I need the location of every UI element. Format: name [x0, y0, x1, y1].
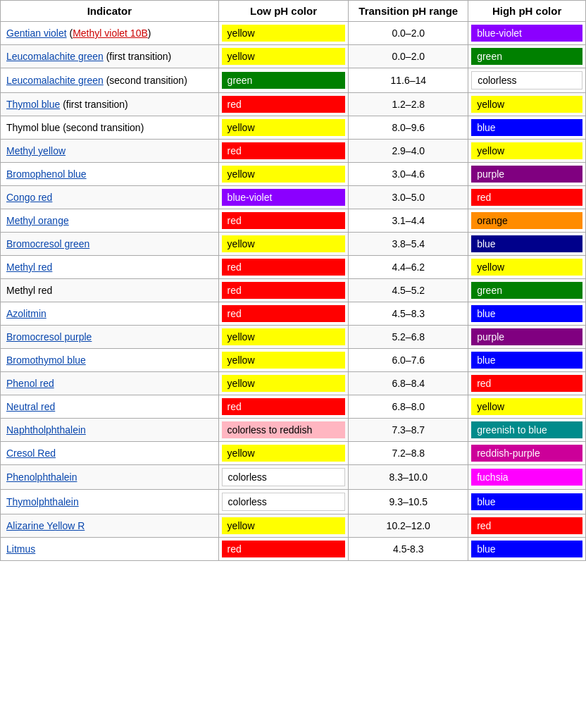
indicators-table: Indicator Low pH color Transition pH ran…: [0, 0, 586, 561]
low-ph-cell: colorless: [218, 490, 349, 514]
table-row: Alizarine Yellow Ryellow10.2–12.0red: [1, 514, 586, 538]
indicator-link[interactable]: Cresol Red: [6, 448, 56, 459]
transition-ph-cell: 3.0–4.6: [349, 163, 468, 186]
table-row: Bromocresol purpleyellow5.2–6.8purple: [1, 326, 586, 349]
indicator-link[interactable]: Naphtholphthalein: [6, 424, 86, 436]
high-ph-color: yellow: [471, 398, 582, 415]
transition-ph-cell: 4.5–5.2: [349, 279, 468, 302]
indicator-link[interactable]: Thymolphthalein: [6, 496, 79, 507]
indicator-link[interactable]: Methyl orange: [6, 215, 69, 226]
low-ph-cell: red: [218, 538, 349, 561]
high-ph-color: greenish to blue: [471, 421, 582, 438]
table-row: Thymol blue (first transition)red1.2–2.8…: [1, 93, 586, 116]
low-ph-cell: red: [218, 279, 349, 302]
indicator-cell: Bromothymol blue: [1, 349, 219, 372]
table-row: Litmusred4.5-8.3blue: [1, 538, 586, 561]
table-row: Phenolphthaleincolorless8.3–10.0fuchsia: [1, 465, 586, 490]
indicator-link[interactable]: Leucomalachite green: [6, 51, 104, 62]
low-ph-color: red: [222, 398, 346, 415]
high-ph-cell: red: [468, 186, 586, 209]
indicator-extra: (first transition): [60, 99, 127, 110]
low-ph-color: green: [222, 72, 346, 89]
table-row: Methyl redred4.5–5.2green: [1, 279, 586, 302]
indicator-link[interactable]: Neutral red: [6, 401, 55, 412]
high-ph-color: yellow: [471, 142, 582, 159]
low-ph-color: yellow: [222, 328, 346, 345]
table-row: Naphtholphthaleincolorless to reddish7.3…: [1, 419, 586, 442]
low-ph-cell: green: [218, 68, 349, 93]
indicator-link[interactable]: Bromocresol purple: [6, 331, 92, 343]
table-row: Leucomalachite green (second transition)…: [1, 68, 586, 93]
transition-ph-cell: 3.8–5.4: [349, 233, 468, 256]
indicator-link[interactable]: Alizarine Yellow R: [6, 520, 85, 531]
high-ph-color: blue: [471, 541, 582, 557]
low-ph-cell: colorless to reddish: [218, 419, 349, 442]
low-ph-cell: yellow: [218, 233, 349, 256]
high-ph-cell: yellow: [468, 395, 586, 419]
indicator-extra: (second transition): [104, 75, 187, 86]
indicator-link[interactable]: Phenolphthalein: [6, 471, 77, 483]
indicator-cell: Gentian violet (Methyl violet 10B): [1, 22, 219, 45]
indicator-link[interactable]: Gentian violet: [6, 27, 67, 39]
indicator-cell: Bromophenol blue: [1, 163, 219, 186]
table-row: Thymol blue (second transition)yellow8.0…: [1, 116, 586, 140]
high-ph-color: blue-violet: [471, 25, 582, 42]
indicator-link[interactable]: Congo red: [6, 192, 52, 203]
transition-ph-cell: 6.8–8.4: [349, 372, 468, 395]
low-ph-color: yellow: [222, 375, 346, 392]
low-ph-cell: red: [218, 209, 349, 233]
high-ph-cell: fuchsia: [468, 465, 586, 490]
indicator-link[interactable]: Litmus: [6, 543, 35, 555]
indicator-link[interactable]: Leucomalachite green: [6, 75, 104, 86]
indicator-cell: Leucomalachite green (first transition): [1, 45, 219, 68]
indicator-link[interactable]: Methyl red: [6, 261, 52, 273]
transition-ph-cell: 3.0–5.0: [349, 186, 468, 209]
indicator-link[interactable]: Bromothymol blue: [6, 354, 86, 366]
indicator-link[interactable]: Methyl yellow: [6, 145, 66, 156]
transition-ph-cell: 2.9–4.0: [349, 140, 468, 163]
low-ph-color: colorless: [222, 468, 346, 486]
indicator-cell: Methyl orange: [1, 209, 219, 233]
high-ph-color: reddish-purple: [471, 445, 582, 462]
table-row: Bromothymol blueyellow6.0–7.6blue: [1, 349, 586, 372]
high-ph-cell: green: [468, 45, 586, 68]
indicator-link-secondary[interactable]: Methyl violet 10B: [73, 27, 148, 39]
indicator-link[interactable]: Phenol red: [6, 378, 54, 389]
indicator-cell: Thymol blue (second transition): [1, 116, 219, 140]
table-row: Congo redblue-violet3.0–5.0red: [1, 186, 586, 209]
high-ph-color: yellow: [471, 96, 582, 113]
col-header-high-ph: High pH color: [468, 1, 586, 22]
low-ph-color: yellow: [222, 48, 346, 65]
table-row: Methyl redred4.4–6.2yellow: [1, 256, 586, 279]
transition-ph-cell: 4.4–6.2: [349, 256, 468, 279]
high-ph-cell: red: [468, 372, 586, 395]
high-ph-color: green: [471, 282, 582, 299]
transition-ph-cell: 0.0–2.0: [349, 22, 468, 45]
indicator-link[interactable]: Bromocresol green: [6, 238, 89, 249]
low-ph-cell: yellow: [218, 372, 349, 395]
indicator-link[interactable]: Bromophenol blue: [6, 168, 87, 180]
indicator-extra-end: ): [148, 27, 151, 39]
transition-ph-cell: 9.3–10.5: [349, 490, 468, 514]
high-ph-color: fuchsia: [471, 469, 582, 486]
transition-ph-cell: 1.2–2.8: [349, 93, 468, 116]
indicator-text: Methyl red: [6, 285, 52, 296]
low-ph-color: red: [222, 305, 346, 322]
table-row: Neutral redred6.8–8.0yellow: [1, 395, 586, 419]
indicator-cell: Methyl red: [1, 256, 219, 279]
indicator-cell: Cresol Red: [1, 442, 219, 465]
low-ph-cell: red: [218, 93, 349, 116]
indicator-cell: Azolitmin: [1, 302, 219, 326]
indicator-link[interactable]: Thymol blue: [6, 99, 60, 110]
transition-ph-cell: 11.6–14: [349, 68, 468, 93]
low-ph-cell: red: [218, 256, 349, 279]
low-ph-color: red: [222, 282, 346, 299]
indicator-cell: Congo red: [1, 186, 219, 209]
indicator-cell: Alizarine Yellow R: [1, 514, 219, 538]
indicator-link[interactable]: Azolitmin: [6, 308, 46, 319]
low-ph-color: red: [222, 259, 346, 276]
low-ph-color: yellow: [222, 352, 346, 369]
low-ph-color: red: [222, 142, 346, 159]
high-ph-cell: blue: [468, 349, 586, 372]
low-ph-cell: red: [218, 302, 349, 326]
